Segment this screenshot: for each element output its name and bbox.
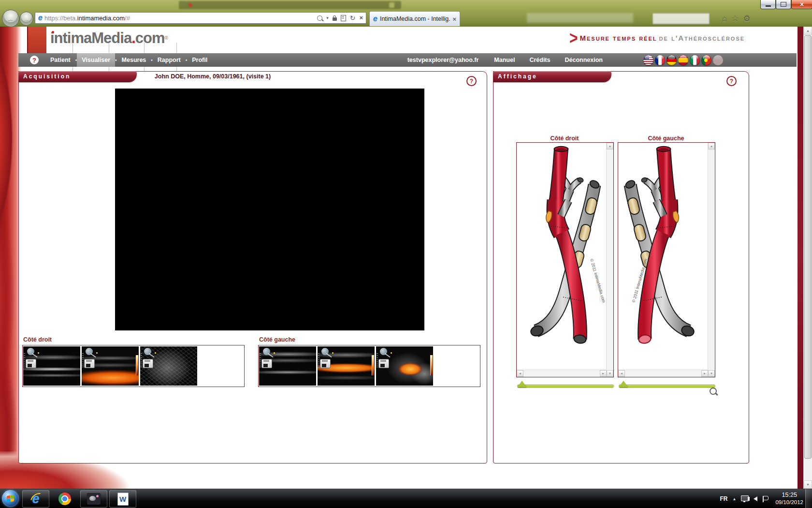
marker-dot xyxy=(155,352,156,354)
home-icon[interactable]: ⌂ xyxy=(722,14,727,24)
language-indicator[interactable]: FR xyxy=(720,495,728,502)
nav-help-icon[interactable]: ? xyxy=(30,56,39,64)
acquisition-left-side-label: Côté gauche xyxy=(259,336,295,343)
show-desktop-button[interactable] xyxy=(805,489,812,508)
diagram-horizontal-scrollbar[interactable]: ◄ ► xyxy=(517,370,607,377)
carotid-diagram-right-box[interactable]: © 2011 IntimaMedia.com ▲ ▼ ◄ ► xyxy=(516,142,614,377)
browser-tab[interactable]: e IntimaMedia.com - Intellig... × xyxy=(369,11,460,26)
ie-icon: e xyxy=(32,493,39,506)
ultrasound-thumbnail[interactable] xyxy=(318,346,375,386)
nav-link-manuel[interactable]: Manuel xyxy=(494,57,515,63)
flag-spain-icon[interactable] xyxy=(678,55,688,65)
chevron-down-icon[interactable]: ▾ xyxy=(326,15,329,20)
doppler-scale-bar xyxy=(430,355,433,375)
save-icon[interactable] xyxy=(143,359,153,368)
page-scrollbar-thumb[interactable] xyxy=(804,35,812,459)
ultrasound-thumbnail[interactable] xyxy=(140,346,197,386)
word-icon: W xyxy=(117,493,129,506)
carotid-diagram-left-box[interactable]: © 2011 IntimaMedia.com ▲ ▼ ◄ ► xyxy=(618,142,715,377)
tab-close-icon[interactable]: × xyxy=(452,15,456,23)
browser-forward-button[interactable]: → xyxy=(19,12,33,26)
lock-icon[interactable] xyxy=(333,17,337,21)
nav-item-mesures[interactable]: Mesures xyxy=(117,53,151,67)
window-maximize-button[interactable] xyxy=(776,0,791,9)
scroll-right-icon[interactable]: ► xyxy=(600,370,607,377)
page-scrollbar[interactable]: ▲ ▼ xyxy=(803,27,812,489)
diagram-vertical-scrollbar[interactable] xyxy=(606,143,613,370)
flag-italy-icon[interactable] xyxy=(690,55,700,65)
browser-chrome: × ← → e https://beta.intimamedia.com/# ▾… xyxy=(0,0,812,27)
probe-watermark-icon xyxy=(27,348,34,355)
slider-track[interactable] xyxy=(517,385,614,388)
slider-thumb[interactable] xyxy=(518,381,526,387)
probe-watermark-icon xyxy=(321,348,329,355)
nav-item-visualiser[interactable]: Visualiser xyxy=(77,53,115,67)
ultrasound-thumbnail[interactable] xyxy=(23,346,80,386)
nav-link-credits[interactable]: Crédits xyxy=(529,57,550,63)
diagram-left-side-label: Côté gauche xyxy=(618,135,714,142)
scroll-up-icon[interactable]: ▲ xyxy=(804,27,812,35)
tab-title: IntimaMedia.com - Intellig... xyxy=(380,15,450,22)
magnifier-icon[interactable] xyxy=(710,388,717,395)
doppler-scale-bar xyxy=(136,355,138,375)
browser-back-button[interactable]: ← xyxy=(2,10,19,27)
gear-icon[interactable]: ⚙ xyxy=(743,14,751,24)
save-icon[interactable] xyxy=(26,359,36,368)
scroll-left-icon[interactable]: ◄ xyxy=(517,370,523,377)
scroll-down-icon[interactable]: ▼ xyxy=(708,370,715,377)
nav-link-deconnexion[interactable]: Déconnexion xyxy=(565,57,603,63)
taskbar-ie-button[interactable]: e xyxy=(22,490,49,508)
refresh-icon[interactable]: ↻ xyxy=(350,15,356,21)
maximize-icon xyxy=(781,2,786,7)
scroll-down-icon[interactable]: ▼ xyxy=(804,480,812,489)
hidden-icons-chevron[interactable]: ▲ xyxy=(733,497,737,501)
nav-item-patient[interactable]: Patient xyxy=(45,53,75,67)
window-minimize-button[interactable] xyxy=(760,0,776,9)
slider-thumb[interactable] xyxy=(619,381,628,387)
nav-item-rapport[interactable]: Rapport xyxy=(153,53,186,67)
save-icon[interactable] xyxy=(84,359,95,368)
ultrasound-thumbnail[interactable] xyxy=(259,346,316,386)
action-center-flag-icon[interactable] xyxy=(763,496,768,500)
scroll-up-icon[interactable]: ▲ xyxy=(708,143,715,149)
save-icon[interactable] xyxy=(378,359,389,368)
taskbar-app-button[interactable] xyxy=(80,490,107,508)
compatibility-view-icon[interactable] xyxy=(341,15,346,21)
acquisition-help-icon[interactable]: ? xyxy=(466,76,477,86)
address-bar-icons: ▾ ↻ × xyxy=(317,15,363,21)
scroll-down-icon[interactable]: ▼ xyxy=(607,370,613,377)
back-arrow-icon: ← xyxy=(7,14,15,23)
slider-track[interactable] xyxy=(619,385,715,388)
ultrasound-thumbnail[interactable] xyxy=(376,346,433,386)
volume-icon[interactable] xyxy=(754,496,757,501)
scroll-left-icon[interactable]: ◄ xyxy=(618,370,625,377)
zoom-slider-right[interactable] xyxy=(517,381,614,389)
window-close-button[interactable]: × xyxy=(791,0,812,9)
background-question-box xyxy=(652,13,710,24)
diagram-horizontal-scrollbar[interactable]: ◄ ► xyxy=(618,370,708,377)
ultrasound-thumbnail[interactable] xyxy=(82,346,139,386)
nav-item-profil[interactable]: Profil xyxy=(187,53,212,67)
flag-usa-icon[interactable] xyxy=(643,55,653,65)
address-bar[interactable]: e https://beta.intimamedia.com/# ▾ ↻ × xyxy=(35,12,366,24)
taskbar-chrome-button[interactable] xyxy=(51,490,78,508)
star-icon[interactable]: ☆ xyxy=(731,14,739,24)
scroll-up-icon[interactable]: ▲ xyxy=(607,143,613,149)
save-icon[interactable] xyxy=(261,359,272,368)
clock[interactable]: 15:25 09/10/2012 xyxy=(775,492,803,506)
taskbar-word-button[interactable]: W xyxy=(109,490,136,508)
url-text[interactable]: https://beta.intimamedia.com/# xyxy=(44,15,315,22)
search-icon[interactable] xyxy=(317,15,322,21)
site-tagline: > Mesure temps réel de l'Athérosclérose xyxy=(569,31,745,44)
zoom-slider-left[interactable] xyxy=(619,381,715,389)
stop-icon[interactable]: × xyxy=(359,15,363,21)
background-window-close-hint xyxy=(389,2,394,8)
flag-france-icon[interactable] xyxy=(655,55,665,65)
save-icon[interactable] xyxy=(320,359,331,368)
flag-portugal-icon[interactable] xyxy=(701,55,711,65)
flag-germany-icon[interactable] xyxy=(667,55,677,65)
affichage-help-icon[interactable]: ? xyxy=(726,76,737,86)
start-button[interactable] xyxy=(2,490,19,507)
diagram-vertical-scrollbar[interactable] xyxy=(708,143,715,370)
scroll-right-icon[interactable]: ► xyxy=(701,370,708,377)
